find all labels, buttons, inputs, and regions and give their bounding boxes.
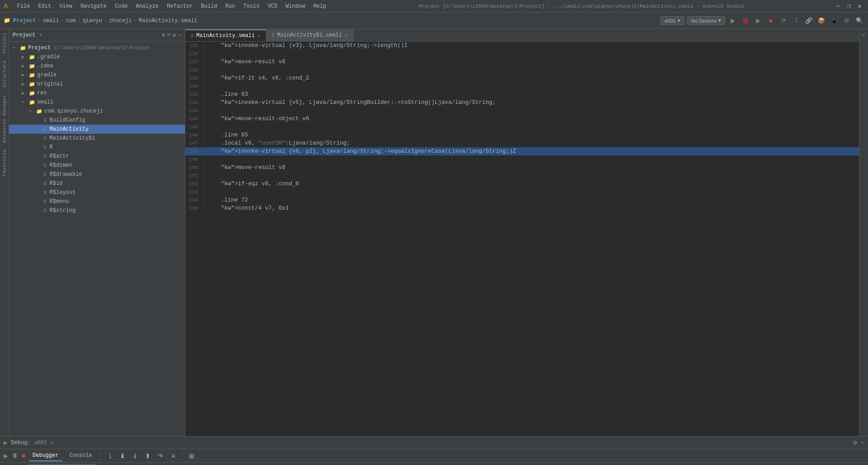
- project-panel-tab[interactable]: Project: [1, 29, 8, 57]
- tree-item-mainactivity[interactable]: ▶ S MainActivity: [9, 125, 185, 134]
- debug-session-close[interactable]: ✕: [51, 440, 54, 446]
- tab-console[interactable]: Console: [66, 451, 96, 461]
- coverage-button[interactable]: ▶: [753, 16, 763, 26]
- code-editor[interactable]: 135 "kw">invoke-virtual {v3}, Ljava/lang…: [185, 42, 859, 436]
- hide-panel-icon[interactable]: —: [178, 32, 181, 39]
- tree-item-rid[interactable]: ▶ S R$id: [9, 179, 185, 188]
- line-number: 142: [185, 99, 203, 107]
- breadcrumb-com[interactable]: com: [66, 18, 76, 24]
- sdk-manager-button[interactable]: 📦: [816, 16, 826, 26]
- toolbar-divider2: [182, 452, 183, 460]
- sync-button[interactable]: ⟳: [778, 16, 788, 26]
- menu-navigate[interactable]: Navigate: [77, 2, 110, 10]
- breadcrumb-zhuceji[interactable]: zhuceji: [109, 18, 132, 24]
- tree-item-rmenu[interactable]: ▶ S R$menu: [9, 197, 185, 206]
- menu-vcs[interactable]: VCS: [264, 2, 281, 10]
- tab-close-mainactivity[interactable]: ✕: [258, 33, 260, 38]
- stop-button[interactable]: ■: [766, 16, 776, 26]
- minimize-button[interactable]: —: [833, 2, 842, 10]
- step-out-btn[interactable]: ⬆: [143, 451, 152, 460]
- resource-manager-tab[interactable]: Resource Manager: [1, 91, 8, 146]
- evaluate-expr-btn[interactable]: ≡: [169, 451, 178, 460]
- main-layout: Project Structure Resource Manager Favor…: [0, 29, 868, 436]
- menu-window[interactable]: Window: [282, 2, 309, 10]
- smali-file-icon2: S: [272, 33, 274, 38]
- tree-item-rdimen[interactable]: ▶ S R$dimen: [9, 161, 185, 170]
- breadcrumb-file[interactable]: MainActivity.smali: [139, 18, 198, 24]
- run-controls: ▶ 🐞 ▶ ■ ⟳ ⤵ 🔗 📦 📱 ⚙ 🔍: [728, 16, 864, 26]
- code-content: "kw">const/4 v7, 0x1: [203, 204, 859, 212]
- step-into-btn[interactable]: ⬇: [118, 451, 127, 460]
- menu-build[interactable]: Build: [198, 2, 221, 10]
- breadcrumb-qianyu[interactable]: qianyu: [83, 18, 102, 24]
- code-line-135: 135 "kw">invoke-virtual {v3}, Ljava/lang…: [185, 42, 859, 50]
- tree-item-original[interactable]: ▶ 📁 original: [9, 80, 185, 89]
- menu-code[interactable]: Code: [111, 2, 132, 10]
- locate-icon[interactable]: ⊕: [162, 32, 165, 39]
- line-number: 150: [185, 164, 203, 172]
- tab-debugger[interactable]: Debugger: [29, 451, 62, 461]
- project-tree: ▾ 📁 Project C:\Users\12550\Desktop\1\Pro…: [9, 42, 185, 436]
- step-over-btn[interactable]: ⤵: [105, 451, 114, 460]
- avd-manager-button[interactable]: 📱: [829, 16, 839, 26]
- menu-refactor[interactable]: Refactor: [163, 2, 197, 10]
- favorites-tab[interactable]: Favorites: [1, 146, 8, 180]
- tree-item-idea[interactable]: ▶ 📁 .idea: [9, 61, 185, 70]
- step-over-button[interactable]: ⤵: [791, 16, 801, 26]
- tree-item-rlayout[interactable]: ▶ S R$layout: [9, 188, 185, 197]
- debug-resume-icon[interactable]: ▶: [4, 451, 8, 460]
- line-number: 137: [185, 58, 203, 66]
- line-number: 155: [185, 204, 203, 212]
- debug-settings-icon[interactable]: ⚙: [853, 439, 857, 446]
- maximize-button[interactable]: ❐: [844, 2, 853, 10]
- close-button[interactable]: ✕: [855, 2, 864, 10]
- tab-close-mainactivity1[interactable]: ✕: [345, 33, 348, 38]
- search-everywhere-button[interactable]: 🔍: [854, 16, 864, 26]
- settings-button[interactable]: ⚙: [842, 16, 852, 26]
- menu-file[interactable]: File: [14, 2, 34, 10]
- tree-item-r[interactable]: ▶ S R: [9, 143, 185, 152]
- tab-mainactivity1[interactable]: S MainActivity$1.smali ✕: [266, 29, 354, 41]
- run-button[interactable]: ▶: [728, 16, 738, 26]
- menu-analyze[interactable]: Analyze: [132, 2, 162, 10]
- settings-panel-icon[interactable]: ⚙: [172, 32, 176, 39]
- attach-debugger-button[interactable]: 🔗: [804, 16, 814, 26]
- tree-item-smali[interactable]: ▾ 📁 smali: [9, 98, 185, 107]
- tree-item-rattr[interactable]: ▶ S R$attr: [9, 152, 185, 161]
- debug-session[interactable]: a001: [34, 440, 47, 446]
- menu-run[interactable]: Run: [222, 2, 239, 10]
- code-line-153: 153: [185, 188, 859, 196]
- collapse-all-icon[interactable]: ≡: [167, 32, 171, 39]
- devices-button[interactable]: No Devices ▾: [687, 16, 725, 25]
- breadcrumb-smali[interactable]: smali: [43, 18, 59, 24]
- code-content: [203, 107, 859, 115]
- tree-item-buildconfig[interactable]: ▶ S BuildConfig: [9, 116, 185, 125]
- tree-item-mainactivity1[interactable]: ▶ S MainActivity$1: [9, 134, 185, 143]
- tree-root[interactable]: ▾ 📁 Project C:\Users\12550\Desktop\1\Pro…: [9, 43, 185, 52]
- run-to-cursor-btn[interactable]: ↷: [156, 451, 165, 460]
- structure-panel-tab[interactable]: Structure: [1, 57, 8, 91]
- debug-hide-icon[interactable]: —: [861, 439, 864, 446]
- tree-item-gradle2[interactable]: ▶ 📁 gradle: [9, 70, 185, 80]
- debug-stop-icon[interactable]: ■: [22, 452, 25, 460]
- breadcrumb-project[interactable]: Project: [13, 18, 36, 24]
- force-step-into-btn[interactable]: ⇓: [131, 451, 140, 460]
- run-config-button[interactable]: a001 ▾: [660, 16, 684, 25]
- debug-pause-icon[interactable]: ⏸: [12, 452, 18, 460]
- code-content: [203, 123, 859, 131]
- menu-view[interactable]: View: [56, 2, 76, 10]
- code-table: 135 "kw">invoke-virtual {v3}, Ljava/lang…: [185, 42, 859, 212]
- menu-edit[interactable]: Edit: [34, 2, 55, 10]
- tree-item-rdrawable[interactable]: ▶ S R$drawable: [9, 170, 185, 179]
- menu-help[interactable]: Help: [310, 2, 330, 10]
- tree-item-res[interactable]: ▶ 📁 res: [9, 89, 185, 98]
- menu-tools[interactable]: Tools: [240, 2, 263, 10]
- line-number: 144: [185, 115, 203, 123]
- tab-mainactivity[interactable]: S MainActivity.smali ✕: [185, 29, 266, 41]
- tree-item-package[interactable]: ▾ 📁 com.qianyu.zhuceji: [9, 107, 185, 116]
- config-dropdown-icon: ▾: [678, 18, 680, 23]
- tree-item-rstring[interactable]: ▶ S R$string: [9, 206, 185, 215]
- restore-layout-btn[interactable]: ⊞: [187, 451, 196, 460]
- debug-button[interactable]: 🐞: [741, 16, 750, 26]
- tree-item-gradle[interactable]: ▶ 📁 .gradle: [9, 52, 185, 61]
